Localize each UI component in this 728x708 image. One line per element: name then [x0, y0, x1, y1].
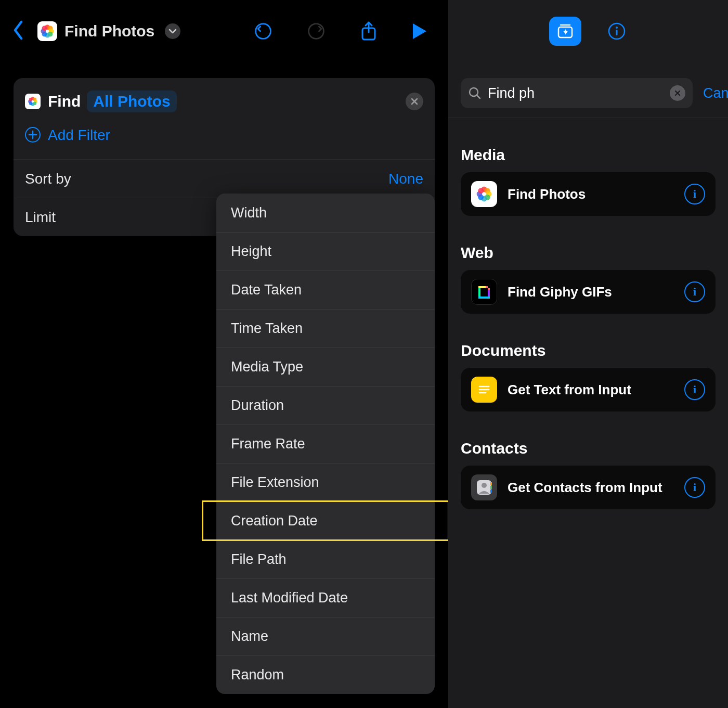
- svg-rect-56: [490, 482, 492, 485]
- search-row: Cancel: [448, 62, 728, 118]
- result-group-web: WebFind Giphy GIFsi: [448, 216, 728, 314]
- limit-label: Limit: [25, 209, 56, 226]
- sort-option-width[interactable]: Width: [216, 194, 435, 232]
- result-info-button[interactable]: i: [684, 281, 705, 302]
- sort-option-file-path[interactable]: File Path: [216, 540, 435, 578]
- result-title: Get Text from Input: [508, 381, 674, 398]
- svg-point-55: [482, 483, 487, 488]
- sort-option-time-taken[interactable]: Time Taken: [216, 309, 435, 347]
- svg-point-43: [478, 188, 484, 194]
- action-result[interactable]: Get Contacts from Inputi: [461, 466, 716, 509]
- group-title: Media: [461, 146, 716, 164]
- photos-app-icon: [25, 94, 41, 109]
- svg-rect-48: [478, 297, 490, 299]
- svg-rect-50: [488, 288, 490, 290]
- sort-option-frame-rate[interactable]: Frame Rate: [216, 424, 435, 463]
- library-pane: ✦ Cancel MediaFind PhotosiWebFind Giphy …: [448, 0, 728, 708]
- result-group-documents: DocumentsGet Text from Inputi: [448, 314, 728, 411]
- undo-button[interactable]: [254, 22, 272, 41]
- find-label: Find: [48, 93, 81, 110]
- toolbar-actions: [254, 21, 427, 42]
- sort-options-popup: WidthHeightDate TakenTime TakenMedia Typ…: [216, 194, 435, 694]
- photos-app-icon: [471, 181, 497, 207]
- svg-line-33: [477, 95, 480, 98]
- remove-action-button[interactable]: [406, 93, 423, 110]
- group-title: Contacts: [461, 440, 716, 457]
- search-results: MediaFind PhotosiWebFind Giphy GIFsiDocu…: [448, 118, 728, 509]
- action-result[interactable]: Get Text from Inputi: [461, 368, 716, 411]
- sort-by-label: Sort by: [25, 171, 71, 187]
- svg-rect-49: [486, 286, 488, 288]
- svg-rect-58: [490, 490, 492, 493]
- sort-option-creation-date[interactable]: Creation Date: [216, 501, 435, 540]
- photos-app-icon: [37, 21, 57, 41]
- info-button[interactable]: [606, 21, 627, 42]
- svg-point-20: [29, 98, 33, 101]
- photos-source-chip[interactable]: All Photos: [87, 91, 176, 112]
- add-filter-label: Add Filter: [48, 127, 110, 144]
- actions-library-button[interactable]: ✦: [549, 17, 581, 46]
- sort-option-height[interactable]: Height: [216, 232, 435, 271]
- result-group-contacts: ContactsGet Contacts from Inputi: [448, 411, 728, 509]
- contacts-icon: [471, 474, 497, 500]
- result-info-button[interactable]: i: [684, 184, 705, 204]
- sort-by-value[interactable]: None: [388, 171, 423, 187]
- svg-point-9: [309, 24, 324, 39]
- action-result[interactable]: Find Giphy GIFsi: [461, 270, 716, 314]
- search-field[interactable]: [461, 78, 693, 108]
- giphy-icon: [471, 279, 497, 305]
- svg-rect-47: [478, 286, 486, 288]
- run-button[interactable]: [412, 22, 427, 40]
- shortcut-title: Find Photos: [64, 22, 154, 40]
- title-chevron-icon[interactable]: [165, 23, 180, 39]
- svg-point-8: [256, 24, 271, 39]
- redo-button[interactable]: [307, 22, 326, 41]
- sort-option-duration[interactable]: Duration: [216, 386, 435, 424]
- sort-option-last-modified-date[interactable]: Last Modified Date: [216, 578, 435, 617]
- sort-option-file-extension[interactable]: File Extension: [216, 463, 435, 501]
- add-filter-button[interactable]: Add Filter: [14, 125, 435, 159]
- svg-point-30: [616, 27, 618, 29]
- back-button[interactable]: [9, 20, 27, 43]
- svg-text:✦: ✦: [562, 28, 569, 36]
- result-info-button[interactable]: i: [684, 477, 705, 498]
- action-header-row[interactable]: Find All Photos: [14, 78, 435, 125]
- editor-pane: Find Photos: [0, 0, 448, 708]
- result-title: Get Contacts from Input: [508, 479, 674, 496]
- sort-option-random[interactable]: Random: [216, 655, 435, 694]
- group-title: Web: [461, 244, 716, 262]
- svg-marker-12: [413, 23, 426, 39]
- plus-icon: [25, 127, 41, 143]
- editor-toolbar: Find Photos: [0, 0, 448, 62]
- share-button[interactable]: [360, 21, 378, 42]
- sort-option-name[interactable]: Name: [216, 617, 435, 655]
- result-group-media: MediaFind Photosi: [448, 118, 728, 216]
- action-result[interactable]: Find Photosi: [461, 172, 716, 216]
- search-input[interactable]: [488, 85, 664, 101]
- result-title: Find Giphy GIFs: [508, 284, 674, 301]
- sort-by-row[interactable]: Sort by None: [14, 159, 435, 198]
- sort-option-date-taken[interactable]: Date Taken: [216, 271, 435, 309]
- svg-rect-31: [616, 30, 618, 35]
- svg-rect-57: [490, 486, 492, 489]
- library-toolbar: ✦: [448, 0, 728, 62]
- cancel-search-button[interactable]: Cancel: [703, 85, 728, 101]
- svg-point-7: [42, 26, 47, 31]
- result-title: Find Photos: [508, 186, 674, 203]
- clear-search-button[interactable]: [670, 85, 685, 101]
- sort-option-media-type[interactable]: Media Type: [216, 347, 435, 386]
- result-info-button[interactable]: i: [684, 379, 705, 400]
- shortcut-title-area[interactable]: Find Photos: [37, 21, 180, 41]
- search-icon: [468, 86, 482, 100]
- text-icon: [471, 377, 497, 403]
- group-title: Documents: [461, 342, 716, 359]
